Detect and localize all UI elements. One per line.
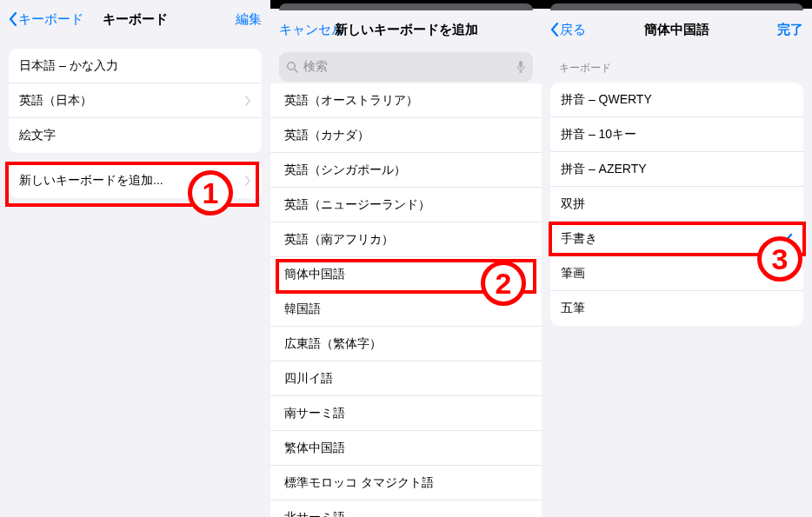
done-button[interactable]: 完了 xyxy=(751,22,803,38)
svg-rect-2 xyxy=(519,61,522,68)
installed-keyboard-row[interactable]: 日本語 – かな入力 xyxy=(9,49,262,83)
chevron-right-icon xyxy=(244,176,251,186)
keyboard-label: 英語（日本） xyxy=(19,93,92,109)
language-label: 英語（オーストラリア） xyxy=(284,93,418,109)
layout-label: 拼音 – 10キー xyxy=(561,127,636,143)
language-row[interactable]: 英語（シンガポール） xyxy=(270,153,542,188)
layout-label: 手書き xyxy=(561,231,597,247)
language-row[interactable]: 広東語（繁体字） xyxy=(270,327,542,361)
language-label: 韓国語 xyxy=(284,302,321,317)
layout-label: 五筆 xyxy=(561,301,585,316)
language-row[interactable]: 北サーミ語 xyxy=(270,500,542,517)
layout-label: 筆画 xyxy=(561,266,585,282)
layout-select-panel: 戻る 簡体中国語 完了 キーボード 拼音 – QWERTY 拼音 – 10キー … xyxy=(542,0,812,517)
language-label: 英語（カナダ） xyxy=(284,128,369,143)
installed-keyboards-list: 日本語 – かな入力 英語（日本） 絵文字 xyxy=(9,49,262,153)
microphone-icon[interactable] xyxy=(516,60,526,74)
back-button[interactable]: 戻る xyxy=(550,22,602,38)
language-label: 簡体中国語 xyxy=(284,267,345,282)
add-keyboard-panel: キャンセル 新しいキーボードを追加 検索 英語（オーストラリア） 英語（カナダ）… xyxy=(270,0,542,517)
checkmark-icon xyxy=(779,233,793,245)
chevron-right-icon xyxy=(244,96,251,106)
language-row[interactable]: 英語（オーストラリア） xyxy=(270,83,542,118)
navbar: キャンセル 新しいキーボードを追加 xyxy=(270,10,542,49)
language-label: 南サーミ語 xyxy=(284,406,345,421)
language-label: 英語（シンガポール） xyxy=(284,162,406,178)
language-label: 標準モロッコ タマジクト語 xyxy=(284,475,434,491)
language-label: 繁体中国語 xyxy=(284,441,345,456)
layout-row[interactable]: 双拼 xyxy=(550,187,803,222)
language-row[interactable]: 四川イ語 xyxy=(270,361,542,396)
chevron-left-icon xyxy=(550,23,559,36)
layout-row[interactable]: 手書き xyxy=(550,222,803,256)
keyboard-settings-panel: キーボード キーボード 編集 日本語 – かな入力 英語（日本） 絵文字 新しい… xyxy=(0,0,270,517)
language-label: 四川イ語 xyxy=(284,371,333,387)
language-row[interactable]: 標準モロッコ タマジクト語 xyxy=(270,466,542,500)
layout-label: 双拼 xyxy=(561,196,585,212)
language-row[interactable]: 英語（ニュージーランド） xyxy=(270,188,542,222)
installed-keyboard-row[interactable]: 絵文字 xyxy=(9,118,262,153)
layout-row[interactable]: 拼音 – 10キー xyxy=(550,117,803,152)
available-languages-list: 英語（オーストラリア） 英語（カナダ） 英語（シンガポール） 英語（ニュージーラ… xyxy=(270,83,542,517)
sheet: キャンセル 新しいキーボードを追加 検索 英語（オーストラリア） 英語（カナダ）… xyxy=(270,10,542,517)
language-row[interactable]: 繁体中国語 xyxy=(270,431,542,466)
language-label: 英語（ニュージーランド） xyxy=(284,197,430,213)
back-label: キーボード xyxy=(18,11,83,28)
navbar: キーボード キーボード 編集 xyxy=(0,0,270,38)
search-input[interactable]: 検索 xyxy=(279,52,533,82)
keyboard-label: 日本語 – かな入力 xyxy=(19,58,118,74)
language-row[interactable]: 英語（カナダ） xyxy=(270,118,542,153)
layout-row[interactable]: 筆画 xyxy=(550,256,803,291)
edit-button[interactable]: 編集 xyxy=(210,11,262,28)
back-label: 戻る xyxy=(560,22,586,38)
language-row[interactable]: 南サーミ語 xyxy=(270,396,542,431)
layout-options-list: 拼音 – QWERTY 拼音 – 10キー 拼音 – AZERTY 双拼 手書き… xyxy=(550,83,803,326)
add-keyboard-group: 新しいキーボードを追加... xyxy=(9,163,262,198)
cancel-button[interactable]: キャンセル xyxy=(279,22,344,38)
layout-row[interactable]: 拼音 – QWERTY xyxy=(550,83,803,117)
add-keyboard-label: 新しいキーボードを追加... xyxy=(19,173,163,189)
language-label: 広東語（繁体字） xyxy=(284,336,382,352)
language-row[interactable]: 英語（南アフリカ） xyxy=(270,222,542,257)
keyboard-label: 絵文字 xyxy=(19,128,56,143)
svg-line-1 xyxy=(295,70,298,73)
layout-row[interactable]: 五筆 xyxy=(550,291,803,326)
back-button[interactable]: キーボード xyxy=(9,11,83,28)
add-keyboard-row[interactable]: 新しいキーボードを追加... xyxy=(9,163,262,198)
layout-row[interactable]: 拼音 – AZERTY xyxy=(550,152,803,187)
search-icon xyxy=(286,61,298,73)
language-label: 北サーミ語 xyxy=(284,510,345,517)
language-row[interactable]: 簡体中国語 xyxy=(270,257,542,292)
navbar: 戻る 簡体中国語 完了 xyxy=(542,10,812,49)
search-placeholder: 検索 xyxy=(303,59,328,75)
language-row[interactable]: 韓国語 xyxy=(270,292,542,327)
layout-label: 拼音 – QWERTY xyxy=(561,92,652,108)
sheet: 戻る 簡体中国語 完了 キーボード 拼音 – QWERTY 拼音 – 10キー … xyxy=(542,10,812,517)
section-header: キーボード xyxy=(542,49,812,79)
language-label: 英語（南アフリカ） xyxy=(284,232,394,248)
chevron-left-icon xyxy=(9,12,17,26)
layout-label: 拼音 – AZERTY xyxy=(561,162,647,177)
installed-keyboard-row[interactable]: 英語（日本） xyxy=(9,83,262,118)
